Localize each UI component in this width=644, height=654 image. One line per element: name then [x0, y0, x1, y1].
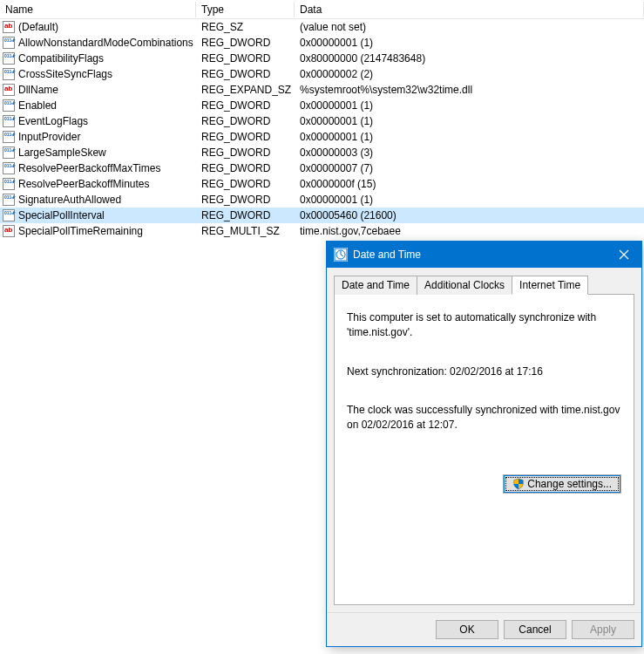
registry-value-data: 0x00000003 (3)	[295, 146, 644, 159]
cancel-button[interactable]: Cancel	[504, 620, 566, 639]
reg-binary-icon	[3, 99, 15, 112]
registry-value-data: (value not set)	[295, 21, 644, 33]
registry-value-type: REG_DWORD	[196, 115, 295, 127]
dialog-tabs: Date and Time Additional Clocks Internet…	[334, 276, 634, 295]
registry-value-name: AllowNonstandardModeCombinations	[18, 37, 193, 49]
registry-row[interactable]: SignatureAuthAllowedREG_DWORD0x00000001 …	[0, 192, 644, 208]
registry-value-data: 0x80000000 (2147483648)	[295, 52, 644, 65]
registry-row[interactable]: ResolvePeerBackoffMaxTimesREG_DWORD0x000…	[0, 160, 644, 176]
registry-row[interactable]: CrossSiteSyncFlagsREG_DWORD0x00000002 (2…	[0, 66, 644, 82]
registry-value-type: REG_EXPAND_SZ	[196, 84, 295, 96]
registry-row[interactable]: LargeSampleSkewREG_DWORD0x00000003 (3)	[0, 145, 644, 160]
registry-value-name: SpecialPollTimeRemaining	[18, 225, 143, 237]
registry-value-name: DllName	[18, 84, 58, 96]
registry-value-type: REG_DWORD	[196, 178, 295, 190]
reg-string-icon	[3, 84, 15, 96]
next-sync-text: Next synchronization: 02/02/2016 at 17:1…	[347, 364, 621, 379]
tab-internet-time[interactable]: Internet Time	[512, 276, 588, 295]
registry-row[interactable]: AllowNonstandardModeCombinationsREG_DWOR…	[0, 35, 644, 51]
registry-value-type: REG_DWORD	[196, 209, 295, 221]
reg-binary-icon	[3, 209, 15, 221]
registry-value-type: REG_DWORD	[196, 146, 295, 159]
column-header-data[interactable]: Data	[295, 2, 644, 17]
registry-value-name: CompatibilityFlags	[18, 52, 104, 65]
shield-icon	[512, 478, 525, 490]
registry-value-name: SignatureAuthAllowed	[18, 194, 121, 206]
registry-value-data: 0x00000002 (2)	[295, 68, 644, 80]
registry-value-type: REG_DWORD	[196, 194, 295, 206]
registry-value-name: ResolvePeerBackoffMinutes	[18, 178, 150, 190]
last-sync-text: The clock was successfully synchronized …	[347, 403, 621, 433]
dialog-title: Date and Time	[353, 249, 421, 261]
registry-row[interactable]: DllNameREG_EXPAND_SZ%systemroot%\system3…	[0, 82, 644, 98]
registry-value-type: REG_DWORD	[196, 131, 295, 143]
reg-binary-icon	[3, 146, 15, 159]
registry-value-name: CrossSiteSyncFlags	[18, 68, 112, 80]
date-time-dialog: Date and Time Date and Time Additional C…	[326, 241, 642, 647]
registry-value-data: time.nist.gov,7cebaee	[295, 225, 644, 237]
registry-value-name: Enabled	[18, 99, 57, 112]
reg-string-icon	[3, 225, 15, 237]
clock-icon	[334, 248, 348, 262]
registry-row[interactable]: CompatibilityFlagsREG_DWORD0x80000000 (2…	[0, 51, 644, 66]
tab-additional-clocks[interactable]: Additional Clocks	[417, 276, 512, 295]
ok-button[interactable]: OK	[436, 620, 498, 639]
registry-value-name: InputProvider	[18, 131, 80, 143]
registry-value-data: 0x0000000f (15)	[295, 178, 644, 190]
column-header-name[interactable]: Name	[0, 2, 196, 17]
registry-value-type: REG_DWORD	[196, 162, 295, 174]
reg-binary-icon	[3, 178, 15, 190]
registry-value-data: 0x00000001 (1)	[295, 99, 644, 112]
close-button[interactable]	[607, 242, 641, 268]
dialog-titlebar[interactable]: Date and Time	[327, 242, 641, 268]
registry-value-type: REG_DWORD	[196, 99, 295, 112]
registry-row[interactable]: InputProviderREG_DWORD0x00000001 (1)	[0, 129, 644, 145]
reg-binary-icon	[3, 52, 15, 65]
registry-value-name: ResolvePeerBackoffMaxTimes	[18, 162, 160, 174]
registry-value-data: %systemroot%\system32\w32time.dll	[295, 84, 644, 96]
registry-row[interactable]: EnabledREG_DWORD0x00000001 (1)	[0, 98, 644, 113]
change-settings-button[interactable]: Change settings...	[503, 474, 621, 494]
column-header-type[interactable]: Type	[196, 2, 295, 17]
registry-row[interactable]: SpecialPollTimeRemainingREG_MULTI_SZtime…	[0, 223, 644, 239]
change-settings-label: Change settings...	[527, 478, 612, 490]
registry-value-type: REG_MULTI_SZ	[196, 225, 295, 237]
registry-row[interactable]: (Default)REG_SZ(value not set)	[0, 19, 644, 35]
reg-binary-icon	[3, 194, 15, 206]
tab-content: This computer is set to automatically sy…	[334, 294, 634, 605]
reg-binary-icon	[3, 37, 15, 49]
registry-value-data: 0x00000001 (1)	[295, 37, 644, 49]
registry-value-data: 0x00000001 (1)	[295, 194, 644, 206]
reg-binary-icon	[3, 162, 15, 174]
registry-value-type: REG_SZ	[196, 21, 295, 33]
registry-value-name: EventLogFlags	[18, 115, 88, 127]
registry-value-data: 0x00000001 (1)	[295, 131, 644, 143]
registry-value-name: LargeSampleSkew	[18, 146, 106, 159]
registry-value-name: SpecialPollInterval	[18, 209, 105, 221]
reg-string-icon	[3, 21, 15, 33]
reg-binary-icon	[3, 115, 15, 127]
registry-row[interactable]: SpecialPollIntervalREG_DWORD0x00005460 (…	[0, 208, 644, 223]
registry-row[interactable]: ResolvePeerBackoffMinutesREG_DWORD0x0000…	[0, 176, 644, 192]
registry-value-type: REG_DWORD	[196, 37, 295, 49]
registry-value-data: 0x00005460 (21600)	[295, 209, 644, 221]
dialog-button-row: OK Cancel Apply	[327, 612, 641, 646]
tab-date-and-time[interactable]: Date and Time	[334, 276, 417, 295]
registry-value-data: 0x00000001 (1)	[295, 115, 644, 127]
apply-button[interactable]: Apply	[572, 620, 634, 639]
registry-value-name: (Default)	[18, 21, 58, 33]
sync-status-text: This computer is set to automatically sy…	[347, 310, 621, 340]
registry-value-type: REG_DWORD	[196, 52, 295, 65]
registry-value-data: 0x00000007 (7)	[295, 162, 644, 174]
registry-header: Name Type Data	[0, 0, 644, 19]
registry-list: Name Type Data (Default)REG_SZ(value not…	[0, 0, 644, 239]
reg-binary-icon	[3, 68, 15, 80]
registry-value-type: REG_DWORD	[196, 68, 295, 80]
reg-binary-icon	[3, 131, 15, 143]
registry-row[interactable]: EventLogFlagsREG_DWORD0x00000001 (1)	[0, 113, 644, 129]
